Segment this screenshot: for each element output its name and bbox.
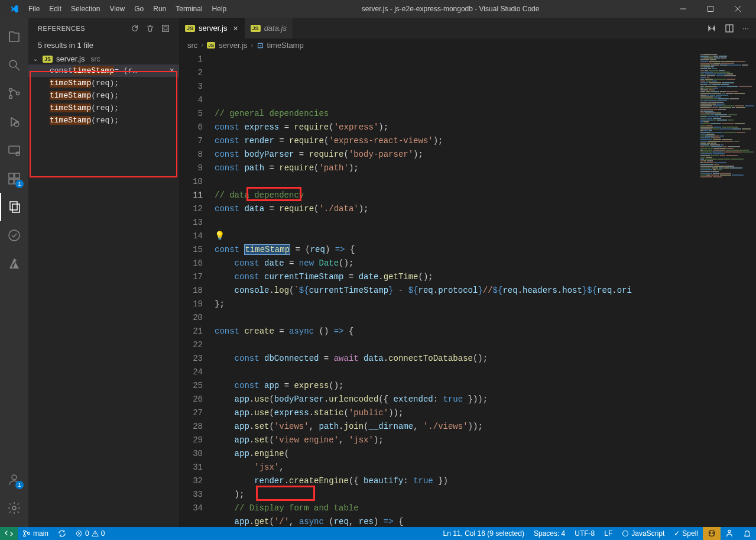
editor-area: JSserver.js×JSdata.js ··· src › JS serve… [179,18,756,527]
code-content[interactable]: // general dependenciesconst express = r… [215,51,697,527]
editor-body[interactable]: 1234567891011121314151617181920212223242… [179,51,756,527]
chevron-right-icon: › [201,41,203,49]
menu-selection[interactable]: Selection [66,0,105,18]
svg-rect-22 [163,25,169,31]
breadcrumb-file[interactable]: server.js [219,41,247,50]
status-language[interactable]: JavaScript [617,527,669,540]
svg-point-12 [16,152,20,156]
activity-extensions[interactable]: 1 [0,164,28,193]
activity-settings[interactable] [0,494,28,522]
js-file-icon: JS [43,56,53,63]
reference-item[interactable]: const timeStamp = (r…× [28,64,179,77]
activity-source-control[interactable] [0,79,28,108]
compare-changes-icon[interactable] [707,24,716,33]
status-notifications[interactable] [738,527,756,540]
svg-rect-1 [708,7,713,12]
split-editor-icon[interactable] [725,24,734,33]
status-spell-label: Spell [682,529,698,538]
main-area: 1 1 REFERENCES [0,18,756,527]
svg-rect-23 [164,27,167,30]
status-spaces[interactable]: Spaces: 4 [529,527,570,540]
status-sync[interactable] [53,527,71,540]
activity-bar: 1 1 [0,18,28,527]
status-cursor[interactable]: Ln 11, Col 16 (9 selected) [438,527,528,540]
extensions-badge: 1 [15,180,24,188]
activity-azure[interactable] [0,250,28,278]
tab-server-js[interactable]: JSserver.js× [179,18,245,38]
refs-summary: 5 results in 1 file [28,38,179,53]
activity-remote-explorer[interactable] [0,136,28,164]
status-warnings-count: 0 [101,529,105,538]
status-spell[interactable]: ✓Spell [669,527,703,540]
status-remote[interactable] [0,527,18,540]
menu-terminal[interactable]: Terminal [171,0,207,18]
refs-file-header[interactable]: ⌄ JS server.js src [28,53,179,64]
status-errors-count: 0 [85,529,89,538]
reference-item[interactable]: timeStamp(req); [28,114,179,127]
menu-view[interactable]: View [105,0,129,18]
menu-help[interactable]: Help [207,0,232,18]
menu-edit[interactable]: Edit [44,0,66,18]
status-encoding[interactable]: UTF-8 [570,527,599,540]
status-feedback[interactable] [721,527,738,540]
status-problems[interactable]: 0 0 [71,527,109,540]
activity-explorer[interactable] [0,22,28,51]
tab-label: server.js [199,24,227,33]
line-gutter: 1234567891011121314151617181920212223242… [179,51,215,527]
dismiss-icon[interactable]: × [170,66,174,76]
breadcrumb-symbol[interactable]: timeStamp [267,41,304,50]
chevron-right-icon: › [251,41,254,49]
svg-point-4 [9,60,17,67]
breadcrumb-folder[interactable]: src [187,41,197,50]
editor-tabs: JSserver.js×JSdata.js ··· [179,18,756,38]
clear-icon[interactable] [146,24,154,33]
svg-point-20 [12,475,17,480]
activity-testing[interactable] [0,221,28,250]
status-copilot[interactable] [703,527,721,540]
svg-point-26 [24,531,26,533]
svg-rect-15 [9,179,14,184]
status-bar: main 0 0 Ln 11, Col 16 (9 selected) Spac… [0,527,756,540]
window-title: server.js - js-e2e-express-mongodb - Vis… [231,5,670,13]
chevron-down-icon: ⌄ [33,56,39,62]
status-eol[interactable]: LF [599,527,617,540]
accounts-badge: 1 [15,481,24,489]
activity-run-debug[interactable] [0,108,28,136]
window-maximize-button[interactable] [697,0,724,18]
more-actions-icon[interactable]: ··· [742,24,749,33]
svg-point-19 [9,230,20,241]
reference-item[interactable]: timeStamp(req); [28,102,179,114]
symbol-icon: ⊡ [257,41,264,50]
activity-search[interactable] [0,51,28,79]
svg-rect-18 [12,204,20,212]
svg-point-8 [17,92,20,95]
svg-point-7 [9,96,12,99]
tabs-actions: ··· [700,18,756,38]
refresh-icon[interactable] [131,24,139,33]
window-minimize-button[interactable] [670,0,697,18]
svg-point-35 [712,532,714,534]
svg-point-27 [24,535,26,537]
svg-point-34 [709,532,711,534]
reference-item[interactable]: timeStamp(req); [28,77,179,89]
js-file-icon: JS [207,42,215,48]
title-bar: FileEditSelectionViewGoRunTerminalHelp s… [0,0,756,18]
activity-accounts[interactable]: 1 [0,465,28,494]
references-sidebar: REFERENCES 5 results in 1 file ⌄ JS serv… [28,18,179,527]
breadcrumbs[interactable]: src › JS server.js › ⊡ timeStamp [179,38,756,51]
window-close-button[interactable] [724,0,751,18]
close-icon[interactable]: × [233,24,238,33]
tab-data-js[interactable]: JSdata.js [245,18,293,38]
menu-run[interactable]: Run [148,0,171,18]
svg-rect-17 [10,202,17,210]
menu-go[interactable]: Go [129,0,148,18]
collapse-icon[interactable] [161,24,170,33]
minimap[interactable] [697,51,756,527]
refs-file-path: src [90,55,100,63]
status-branch[interactable]: main [18,527,53,540]
js-file-icon: JS [251,25,261,32]
svg-point-36 [728,530,731,532]
menu-file[interactable]: File [24,0,44,18]
activity-references[interactable] [0,193,28,221]
reference-item[interactable]: timeStamp(req); [28,89,179,102]
